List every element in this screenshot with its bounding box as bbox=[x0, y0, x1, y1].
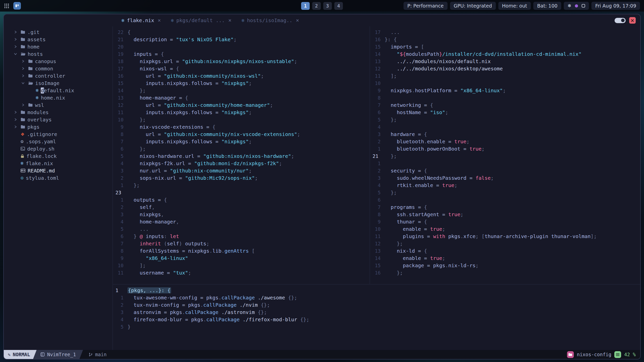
code-line[interactable]: 7 networking = { bbox=[370, 101, 640, 109]
tree-item-default-nix[interactable]: ❄default.nix bbox=[4, 87, 112, 94]
code-line[interactable]: 3 hardware = { bbox=[370, 130, 640, 138]
app-launcher-icon[interactable] bbox=[4, 3, 9, 9]
code-line[interactable]: 16 }; bbox=[370, 269, 640, 276]
code-line[interactable]: 11 username = "tux"; bbox=[113, 269, 370, 276]
code-line[interactable]: 2 sops-nix.url = "github:Mic92/sops-nix"… bbox=[113, 174, 370, 182]
code-line[interactable]: 10 ]; bbox=[113, 262, 370, 269]
code-line[interactable]: 11 ]; bbox=[370, 72, 640, 79]
code-line[interactable]: 3 nixpkgs, bbox=[113, 211, 370, 218]
code-line[interactable]: 2 self, bbox=[113, 203, 370, 211]
system-tray[interactable]: ❄ bbox=[564, 2, 589, 10]
tree-item-hosts[interactable]: hosts bbox=[4, 50, 112, 58]
clock[interactable]: Fri Aug 09, 17:09 bbox=[591, 2, 640, 10]
code-line[interactable]: 2 tux-nvim-config = pkgs.callPackage ./n… bbox=[113, 301, 640, 308]
tab-close-icon[interactable]: × bbox=[296, 17, 299, 23]
code-line[interactable]: 9 nixpkgs.hostPlatform = "x86_64-linux"; bbox=[370, 87, 640, 94]
tab-pkgs-default[interactable]: ❄pkgs/default ...× bbox=[166, 14, 236, 26]
tree-item-gitignore[interactable]: .gitignore bbox=[4, 130, 112, 138]
code-line[interactable]: 9 thunar = { bbox=[370, 218, 640, 225]
code-line[interactable]: 1 tux-awesome-wm-config = pkgs.callPacka… bbox=[113, 294, 640, 301]
code-line[interactable]: 13 ../../modules/nixos/default.nix bbox=[370, 58, 640, 65]
tree-item-controller[interactable]: controller bbox=[4, 72, 112, 79]
chevron-right-icon[interactable] bbox=[14, 125, 18, 128]
chevron-right-icon[interactable] bbox=[14, 30, 18, 34]
code-line[interactable]: 17 ... bbox=[370, 28, 640, 36]
tree-item-modules[interactable]: modules bbox=[4, 109, 112, 116]
chevron-right-icon[interactable] bbox=[21, 67, 26, 70]
tree-item-common[interactable]: common bbox=[4, 65, 112, 72]
layout-badge-icon[interactable] bbox=[13, 2, 21, 10]
code-line[interactable]: 10 enable = true; bbox=[370, 225, 640, 233]
code-line[interactable]: 4 home-manager, bbox=[113, 218, 370, 225]
code-line[interactable]: 10 }; bbox=[113, 116, 370, 123]
code-line[interactable]: 1 bbox=[370, 160, 640, 167]
code-line[interactable]: 17 nixos-wsl = { bbox=[113, 65, 370, 72]
code-line[interactable]: 2 security = { bbox=[370, 167, 640, 174]
code-line[interactable]: 15 imports = [ bbox=[370, 43, 640, 50]
code-line[interactable]: 19 inputs = { bbox=[113, 50, 370, 58]
code-line[interactable]: 8 ssh.startAgent = true; bbox=[370, 211, 640, 218]
status-p-performance[interactable]: P: Performance bbox=[404, 2, 447, 10]
code-line[interactable]: 6 } @ inputs: let bbox=[113, 233, 370, 240]
tree-item-assets[interactable]: assets bbox=[4, 36, 112, 43]
code-line[interactable]: 6 }; bbox=[113, 145, 370, 152]
window-close-button[interactable]: × bbox=[629, 17, 636, 24]
code-line[interactable]: 8 url = "github:nix-community/nix-vscode… bbox=[113, 130, 370, 138]
code-line[interactable]: 11 plugins = with pkgs.xfce; [thunar-arc… bbox=[370, 233, 640, 240]
chevron-right-icon[interactable] bbox=[14, 45, 18, 48]
code-line[interactable]: 1 bluetooth.powerOnBoot = true; bbox=[370, 145, 640, 152]
code-line[interactable]: 21 description = "tux's NixOS Flake"; bbox=[113, 36, 370, 43]
tree-item-canopus[interactable]: canopus bbox=[4, 58, 112, 65]
code-line[interactable]: 6 hostName = "iso"; bbox=[370, 109, 640, 116]
tree-item-home[interactable]: home bbox=[4, 43, 112, 50]
code-line[interactable]: 7 inputs.nixpkgs.follows = "nixpkgs"; bbox=[113, 138, 370, 145]
tab-hosts-isoimag[interactable]: ❄hosts/isoImag..× bbox=[236, 14, 304, 26]
tree-item-overlays[interactable]: overlays bbox=[4, 116, 112, 123]
chevron-right-icon[interactable] bbox=[14, 38, 18, 41]
tree-item-pkgs[interactable]: pkgs bbox=[4, 123, 112, 130]
code-line[interactable]: 5} bbox=[113, 323, 640, 330]
code-line[interactable]: 16}: { bbox=[370, 36, 640, 43]
chevron-right-icon[interactable] bbox=[21, 103, 26, 107]
tree-item-home-nix[interactable]: ❄home.nix bbox=[4, 94, 112, 101]
code-line[interactable]: 1 outputs = { bbox=[113, 196, 370, 203]
code-line[interactable]: 3 nur.url = "github:nix-community/nur"; bbox=[113, 167, 370, 174]
code-line[interactable]: 23 bbox=[113, 189, 370, 196]
code-line[interactable]: 14 "${modulesPath}/installer/cd-dvd/inst… bbox=[370, 50, 640, 58]
code-line[interactable]: 16 url = "github:nix-community/nixos-wsl… bbox=[113, 72, 370, 79]
status-bat-100[interactable]: Bat: 100 bbox=[533, 2, 561, 10]
code-line[interactable]: 21 }; bbox=[370, 152, 640, 160]
code-line[interactable]: 4 bbox=[370, 123, 640, 130]
snowflake-tray-icon[interactable]: ❄ bbox=[568, 4, 571, 8]
code-line[interactable]: 12 url = "github:nix-community/home-mana… bbox=[113, 101, 370, 109]
workspace-3[interactable]: 3 bbox=[323, 2, 332, 10]
code-line[interactable]: 11 inputs.nixpkgs.follows = "nixpkgs"; bbox=[113, 109, 370, 116]
dot-indicator-icon[interactable] bbox=[575, 4, 578, 8]
tree-item-stylua-toml[interactable]: ⚙stylua.toml bbox=[4, 174, 112, 182]
chevron-right-icon[interactable] bbox=[21, 74, 26, 77]
code-line[interactable]: 4 rtkit.enable = true; bbox=[370, 182, 640, 189]
code-line[interactable]: 5 }; bbox=[370, 116, 640, 123]
status-gpu-integrated[interactable]: GPU: Integrated bbox=[450, 2, 496, 10]
chevron-right-icon[interactable] bbox=[21, 60, 26, 63]
tree-item-deploy-sh[interactable]: deploy.sh bbox=[4, 145, 112, 152]
code-line[interactable]: 9 nix-vscode-extensions = { bbox=[113, 123, 370, 130]
code-line[interactable]: 13 home-manager = { bbox=[113, 94, 370, 101]
code-line[interactable]: 5 }; bbox=[370, 189, 640, 196]
tab-close-icon[interactable]: × bbox=[228, 17, 232, 23]
code-line[interactable]: 5 ... bbox=[113, 225, 370, 233]
code-line[interactable]: 13 nix-ld = { bbox=[370, 247, 640, 254]
code-line[interactable]: 10 bbox=[370, 79, 640, 87]
code-line[interactable]: 7 programs = { bbox=[370, 203, 640, 211]
code-line[interactable]: 18 nixpkgs.url = "github:nixos/nixpkgs/n… bbox=[113, 58, 370, 65]
status-home-out[interactable]: Home: out bbox=[498, 2, 531, 10]
pin-toggle[interactable] bbox=[615, 18, 626, 23]
code-line[interactable]: 1 }; bbox=[113, 182, 370, 189]
code-line[interactable]: 4 firefox-mod-blur = pkgs.callPackage ./… bbox=[113, 316, 640, 323]
code-line[interactable]: 12 ../../modules/nixos/desktop/awesome bbox=[370, 65, 640, 72]
tree-item-git[interactable]: .git bbox=[4, 28, 112, 36]
tree-item-isoimage[interactable]: isoImage bbox=[4, 79, 112, 87]
code-line[interactable]: 15 package = pkgs.nix-ld-rs; bbox=[370, 262, 640, 269]
code-line[interactable]: 22{ bbox=[113, 28, 370, 36]
tab-flake-nix[interactable]: ❄flake.nix× bbox=[116, 14, 166, 26]
